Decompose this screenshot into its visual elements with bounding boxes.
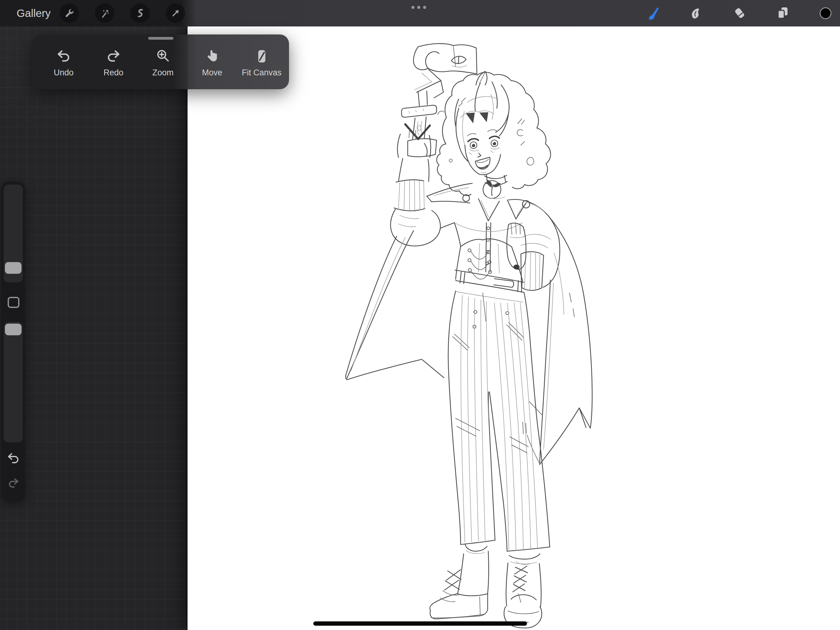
transform-button[interactable] — [166, 3, 185, 23]
zoom-magnifier-icon — [155, 48, 171, 64]
opacity-slider[interactable] — [4, 322, 23, 442]
actions-button[interactable] — [60, 3, 79, 23]
smudge-icon — [688, 5, 704, 21]
sidebar-redo-icon[interactable] — [6, 476, 20, 489]
undo-arrow-icon — [56, 48, 72, 64]
magic-wand-icon — [99, 8, 111, 19]
zoom-label: Zoom — [152, 68, 174, 78]
move-label: Move — [202, 68, 222, 78]
artwork-pants — [448, 291, 550, 551]
redo-label: Redo — [104, 68, 123, 78]
brush-icon — [646, 5, 662, 21]
sidebar-undo-icon[interactable] — [6, 451, 20, 464]
adjustments-button[interactable] — [95, 3, 114, 23]
quick-toolbar-popup: Undo Redo Zoom Move — [32, 35, 289, 89]
transform-arrow-icon — [170, 8, 181, 19]
undo-button[interactable]: Undo — [44, 41, 84, 84]
wrench-icon — [64, 8, 75, 19]
artwork-boots — [430, 544, 542, 628]
layers-icon — [775, 5, 791, 21]
drag-handle[interactable] — [148, 37, 174, 40]
artwork-sketch — [188, 27, 840, 630]
layers-button[interactable] — [772, 2, 794, 24]
paint-tool-button[interactable] — [643, 2, 665, 24]
redo-button[interactable]: Redo — [93, 41, 133, 84]
color-swatch-icon — [818, 5, 834, 21]
artwork-head — [437, 71, 551, 196]
gallery-button[interactable]: Gallery — [17, 0, 51, 27]
redo-arrow-icon — [106, 48, 122, 64]
undo-label: Undo — [54, 68, 74, 78]
fit-canvas-icon — [254, 48, 270, 64]
fit-canvas-button[interactable]: Fit Canvas — [242, 41, 282, 84]
move-button[interactable]: Move — [192, 41, 232, 84]
eraser-icon — [732, 5, 748, 21]
procreate-workspace: Undo Redo Zoom Move — [0, 0, 840, 630]
artwork-cape-left — [346, 231, 444, 380]
zoom-button[interactable]: Zoom — [143, 41, 183, 84]
color-swatch-button[interactable] — [815, 2, 837, 24]
selection-button[interactable] — [130, 3, 150, 23]
opacity-handle[interactable] — [5, 324, 22, 335]
move-hand-icon — [204, 48, 220, 64]
erase-tool-button[interactable] — [729, 2, 751, 24]
top-toolbar: Gallery — [0, 0, 840, 27]
home-indicator[interactable] — [313, 621, 527, 626]
slider-sidebar — [1, 182, 25, 502]
selection-s-icon — [135, 8, 146, 19]
ellipsis-icon[interactable] — [411, 6, 426, 9]
fit-canvas-label: Fit Canvas — [242, 68, 281, 78]
smudge-tool-button[interactable] — [685, 2, 707, 24]
artwork-neck-collar — [427, 175, 559, 272]
modify-button[interactable] — [8, 297, 19, 308]
drawing-canvas[interactable] — [188, 27, 840, 630]
brush-size-handle[interactable] — [5, 262, 22, 274]
artwork-flag — [401, 44, 477, 139]
artwork-corset-belt — [455, 239, 524, 292]
